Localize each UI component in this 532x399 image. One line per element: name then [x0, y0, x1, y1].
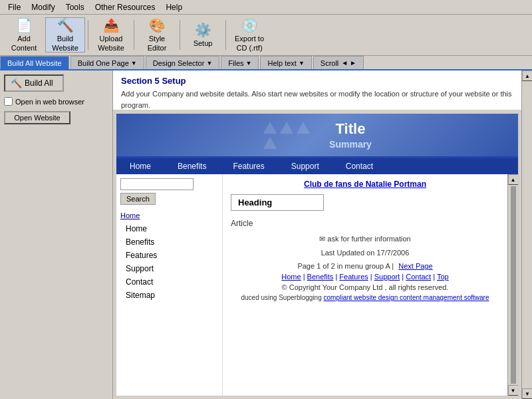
sidebar-link-sitemap[interactable]: Sitemap — [120, 289, 218, 302]
tab-design-selector-arrow: ▼ — [206, 60, 212, 66]
sidebar-link-home[interactable]: Home — [120, 222, 218, 235]
left-panel: 🔨 Build All Open in web browser Open Web… — [0, 70, 113, 399]
menu-file[interactable]: File — [3, 1, 26, 13]
footer-link-top[interactable]: Top — [437, 273, 449, 281]
tab-help-text-arrow: ▼ — [299, 60, 305, 66]
toolbar: 📄 Add Content 🔨 Build Website 📤 Upload W… — [0, 15, 532, 56]
tab-scroll-label: Scroll — [321, 59, 339, 67]
footer-link-support[interactable]: Support — [374, 273, 400, 281]
toolbar-sep-4 — [225, 20, 226, 50]
add-content-button[interactable]: 📄 Add Content — [4, 17, 44, 53]
tab-design-selector-label: Design Selector — [153, 59, 205, 67]
pagination-text: Page 1 of 2 in menu group A | — [297, 262, 394, 270]
tab-design-selector[interactable]: Design Selector ▼ — [146, 56, 220, 69]
scroll-thumb[interactable] — [511, 186, 516, 384]
tab-build-one-page[interactable]: Build One Page ▼ — [70, 56, 144, 69]
made-with-prefix: duced using Superblogging — [241, 294, 321, 301]
export-cd-label: Export to CD (.rtf) — [235, 35, 264, 52]
nav-home[interactable]: Home — [116, 158, 164, 174]
scroll-up-arrow[interactable]: ▲ — [508, 174, 519, 185]
export-cd-icon: 💿 — [241, 17, 258, 33]
setup-icon: ⚙️ — [195, 22, 211, 38]
website-preview: Title Summary Home Benefits Features Sup… — [116, 113, 519, 396]
menu-help[interactable]: Help — [160, 1, 188, 13]
footer-link-contact[interactable]: Contact — [406, 273, 431, 281]
open-website-button[interactable]: Open Website — [4, 111, 70, 124]
heading-text: Heading — [238, 198, 272, 207]
footer-link-features[interactable]: Features — [339, 273, 368, 281]
add-content-label: Add Content — [11, 35, 37, 52]
section-description: Add your Company and website details. Al… — [121, 88, 513, 110]
preview-summary: Summary — [329, 139, 372, 150]
preview-sidebar: Search Home Home Benefits Features Suppo… — [116, 174, 223, 396]
scroll-down-arrow[interactable]: ▼ — [508, 385, 519, 396]
build-website-label: Build Website — [52, 35, 78, 52]
style-editor-button[interactable]: 🎨 Style Editor — [137, 17, 177, 53]
page-link[interactable]: Club de fans de Natalie Portman — [231, 180, 499, 189]
upload-website-button[interactable]: 📤 Upload Website — [91, 17, 131, 53]
build-all-icon: 🔨 — [11, 78, 22, 88]
menu-modify[interactable]: Modify — [26, 1, 60, 13]
made-with-link[interactable]: compliant website design content managem… — [323, 294, 489, 301]
export-cd-button[interactable]: 💿 Export to CD (.rtf) — [229, 17, 270, 53]
sidebar-link-support[interactable]: Support — [120, 262, 218, 275]
scroll-arrows: ◄ ► — [341, 59, 356, 66]
setup-button[interactable]: ⚙️ Setup — [183, 17, 223, 53]
toolbar-sep-1 — [88, 20, 88, 50]
search-input[interactable] — [120, 178, 194, 190]
nav-benefits[interactable]: Benefits — [164, 158, 219, 174]
preview-body: Search Home Home Benefits Features Suppo… — [116, 174, 518, 396]
tab-build-all-label: Build All Website — [7, 59, 62, 67]
section-title: Section 5 Setup — [121, 76, 513, 86]
menu-other-resources[interactable]: Other Resources — [90, 1, 161, 13]
nav-tabs: Build All Website Build One Page ▼ Desig… — [0, 56, 532, 70]
main-scroll-down[interactable]: ▼ — [522, 388, 532, 399]
tab-build-one-page-label: Build One Page — [78, 59, 129, 67]
pagination: Page 1 of 2 in menu group A | Next Page — [231, 262, 499, 270]
sidebar-link-contact[interactable]: Contact — [120, 275, 218, 289]
tab-files-label: Files — [228, 59, 243, 67]
made-with: duced using Superblogging compliant webs… — [231, 294, 499, 301]
email-line: ✉ ask for further information — [231, 235, 499, 243]
nav-support[interactable]: Support — [278, 158, 332, 174]
toolbar-sep-2 — [134, 20, 134, 50]
next-page-link[interactable]: Next Page — [398, 262, 432, 270]
tab-build-one-page-arrow: ▼ — [131, 60, 137, 66]
article-text: Article — [231, 219, 499, 228]
style-editor-label: Style Editor — [148, 35, 167, 52]
main-content: 🔨 Build All Open in web browser Open Web… — [0, 70, 532, 399]
nav-features[interactable]: Features — [219, 158, 277, 174]
heading-box: Heading — [231, 194, 324, 211]
open-browser-label: Open in web browser — [15, 98, 84, 106]
footer-link-benefits[interactable]: Benefits — [307, 273, 334, 281]
tab-files-arrow: ▼ — [246, 60, 252, 66]
tab-scroll[interactable]: Scroll ◄ ► — [313, 56, 364, 69]
sidebar-active-link[interactable]: Home — [120, 211, 218, 219]
preview-title: Title — [329, 120, 372, 138]
style-editor-icon: 🎨 — [149, 17, 166, 33]
search-button[interactable]: Search — [120, 193, 156, 205]
tab-files[interactable]: Files ▼ — [221, 56, 259, 69]
sidebar-link-features[interactable]: Features — [120, 249, 218, 262]
upload-website-label: Upload Website — [98, 35, 124, 52]
add-content-icon: 📄 — [16, 17, 33, 33]
copyright: © Copyright Your Company Ltd , all right… — [231, 283, 499, 291]
build-all-button[interactable]: 🔨 Build All — [4, 74, 64, 92]
build-all-label: Build All — [25, 78, 53, 88]
menu-bar: File Modify Tools Other Resources Help — [0, 0, 532, 15]
sidebar-link-benefits[interactable]: Benefits — [120, 235, 218, 249]
tab-build-all-website[interactable]: Build All Website — [0, 56, 69, 69]
preview-scrollbar: ▲ ▼ — [507, 174, 518, 396]
main-scrollbar[interactable]: ▲ ▼ — [521, 70, 532, 399]
footer-link-home[interactable]: Home — [281, 273, 301, 281]
tab-help-text[interactable]: Help text ▼ — [260, 56, 311, 69]
upload-website-icon: 📤 — [103, 17, 120, 33]
open-browser-checkbox[interactable] — [4, 97, 13, 106]
open-website-label: Open Website — [14, 114, 61, 122]
email-icon: ✉ — [319, 235, 325, 243]
menu-tools[interactable]: Tools — [61, 1, 90, 13]
main-scroll-up[interactable]: ▲ — [522, 70, 532, 81]
main-scroll-track — [522, 81, 532, 388]
nav-contact[interactable]: Contact — [332, 158, 386, 174]
build-website-button[interactable]: 🔨 Build Website — [45, 17, 85, 53]
